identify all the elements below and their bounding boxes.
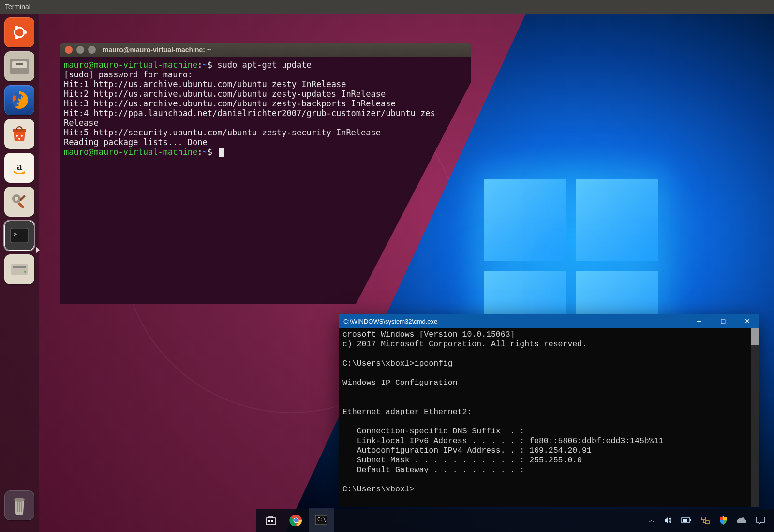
close-button[interactable]: ✕ [735,314,759,328]
cmd-line: Autoconfiguration IPv4 Address. . : 169.… [342,446,592,455]
tray-chevron-up-icon[interactable]: ︿ [649,516,655,525]
launcher-ubuntu-dash[interactable] [4,17,34,47]
system-tray: ︿ [649,516,772,525]
scrollbar-thumb[interactable] [751,328,759,345]
svg-point-3 [15,35,18,39]
svg-rect-17 [11,264,28,275]
cmd-output[interactable]: crosoft Windows [Version 10.0.15063] c) … [339,328,759,507]
svg-point-14 [15,197,18,201]
terminal-line: [sudo] password for mauro: [64,70,193,79]
svg-point-10 [21,135,23,137]
windows-logo-tile [484,179,566,261]
maximize-button[interactable] [88,46,96,54]
launcher-disks[interactable] [4,254,34,284]
scrollbar-track[interactable] [751,328,759,507]
window-title: mauro@mauro-virtual-machine: ~ [103,46,211,54]
trash-icon [11,495,28,516]
unity-launcher: a >_ [0,14,39,532]
svg-rect-34 [701,517,705,520]
svg-point-2 [15,26,18,30]
launcher-terminal[interactable]: >_ [4,221,34,251]
terminal-line: Hit:2 http://us.archive.ubuntu.com/ubunt… [64,89,386,99]
cmd-line: Subnet Mask . . . . . . . . . . . : 255.… [342,456,582,465]
firefox-icon [9,89,30,111]
prompt-path: ~ [203,60,208,70]
terminal-line: Hit:3 http://us.archive.ubuntu.com/ubunt… [64,99,396,108]
cmd-line: Connection-specific DNS Suffix . : [342,427,524,436]
store-icon [265,514,277,527]
svg-point-9 [16,135,18,137]
svg-rect-6 [16,63,23,65]
shopping-bag-icon [10,124,29,144]
taskbar-store[interactable] [258,509,283,532]
cmd-line: Ethernet adapter Ethernet2: [342,407,472,416]
wrench-gear-icon [9,192,30,212]
cmd-line: crosoft Windows [Version 10.0.15063] [342,330,515,339]
terminal-icon: >_ [10,227,29,244]
terminal-line: Release [64,118,99,128]
svg-text:a: a [17,160,22,172]
prompt-path: ~ [203,147,208,157]
launcher-amazon[interactable]: a [4,153,34,183]
launcher-files[interactable] [4,51,34,81]
svg-rect-8 [13,129,26,132]
minimize-button[interactable]: ─ [687,314,711,328]
cmd-command: ipconfig [415,359,453,368]
cmd-icon: C:\ [315,515,327,525]
windows-cmd-window[interactable]: C:\WINDOWS\system32\cmd.exe ─ □ ✕ crosof… [339,314,759,503]
tray-battery-icon[interactable] [681,517,692,524]
svg-text:>_: >_ [14,231,21,237]
svg-rect-23 [21,502,22,512]
terminal-line: Hit:5 http://security.ubuntu.com/ubuntu … [64,128,381,137]
svg-point-1 [23,30,27,34]
file-cabinet-icon [9,58,30,75]
cmd-titlebar[interactable]: C:\WINDOWS\system32\cmd.exe ─ □ ✕ [339,314,759,328]
tray-action-center-icon[interactable] [756,516,765,525]
active-indicator-icon [36,247,40,253]
maximize-button[interactable]: □ [711,314,735,328]
launcher-software[interactable] [4,119,34,149]
prompt-userhost: mauro@mauro-virtual-machine [64,147,197,157]
svg-rect-18 [13,266,26,268]
taskbar-chrome[interactable] [283,509,309,532]
cmd-prompt: C:\Users\xboxl> [342,359,415,368]
terminal-line: Hit:4 http://ppa.launchpad.net/danielric… [64,108,435,118]
tray-volume-icon[interactable] [664,516,672,525]
terminal-command: sudo apt-get update [217,60,311,70]
chrome-icon [289,514,303,527]
menubar-app-label: Terminal [5,3,30,11]
ubuntu-terminal-titlebar[interactable]: mauro@mauro-virtual-machine: ~ [60,43,471,57]
window-title: C:\WINDOWS\system32\cmd.exe [343,318,437,325]
cmd-line: Link-local IPv6 Address . . . . . : fe80… [342,436,663,445]
svg-point-11 [18,138,20,140]
launcher-settings[interactable] [4,187,34,217]
minimize-button[interactable] [76,46,84,54]
terminal-line: Hit:1 http://us.archive.ubuntu.com/ubunt… [64,79,346,89]
close-button[interactable] [65,46,73,54]
taskbar-cmd[interactable]: C:\ [309,508,334,532]
launcher-trash[interactable] [4,490,34,520]
svg-rect-24 [268,520,270,522]
svg-point-20 [14,498,25,502]
cmd-prompt: C:\Users\xboxl> [342,485,415,494]
terminal-line: Reading package lists... Done [64,137,208,147]
svg-rect-33 [683,519,687,522]
tray-onedrive-icon[interactable] [736,517,747,524]
tray-network-icon[interactable] [700,516,710,525]
cmd-line: Windows IP Configuration [342,378,458,387]
disk-drive-icon [9,261,30,278]
svg-rect-21 [17,502,18,512]
ubuntu-menubar: Terminal [0,0,774,14]
windows-logo-tile [576,179,658,261]
cmd-line: Default Gateway . . . . . . . . . : [342,465,524,474]
launcher-firefox[interactable] [4,85,34,115]
ubuntu-icon [11,24,28,41]
cmd-line: c) 2017 Microsoft Corporation. All right… [342,340,587,349]
windows-taskbar: C:\ ︿ [256,509,774,532]
svg-text:C:\: C:\ [317,517,326,522]
amazon-icon: a [10,158,29,177]
svg-point-19 [24,271,26,273]
svg-point-28 [294,518,298,522]
cursor [219,148,224,157]
tray-defender-icon[interactable] [719,516,728,525]
